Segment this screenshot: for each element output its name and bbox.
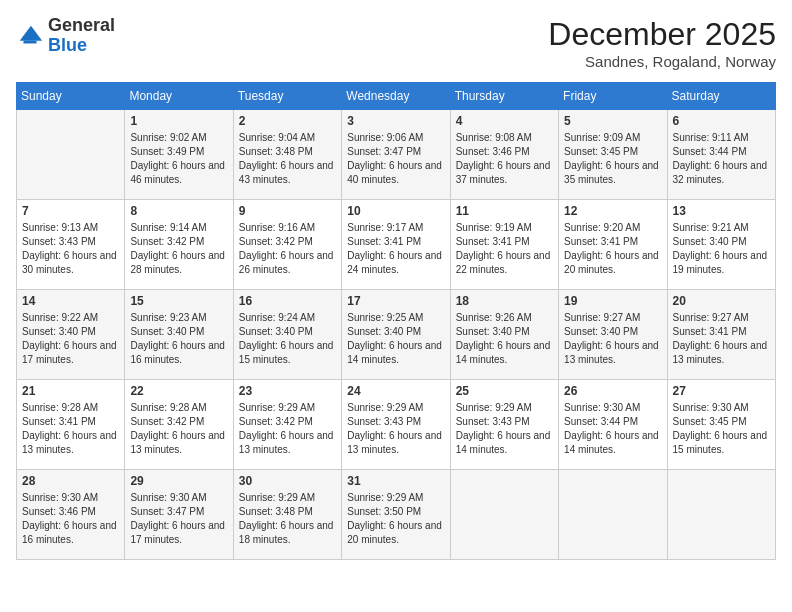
day-number: 23 bbox=[239, 384, 336, 398]
table-row bbox=[667, 470, 775, 560]
table-row: 22Sunrise: 9:28 AM Sunset: 3:42 PM Dayli… bbox=[125, 380, 233, 470]
table-row: 28Sunrise: 9:30 AM Sunset: 3:46 PM Dayli… bbox=[17, 470, 125, 560]
table-row: 14Sunrise: 9:22 AM Sunset: 3:40 PM Dayli… bbox=[17, 290, 125, 380]
header-saturday: Saturday bbox=[667, 83, 775, 110]
table-row: 2Sunrise: 9:04 AM Sunset: 3:48 PM Daylig… bbox=[233, 110, 341, 200]
day-info: Sunrise: 9:26 AM Sunset: 3:40 PM Dayligh… bbox=[456, 311, 553, 367]
header: General Blue December 2025 Sandnes, Roga… bbox=[16, 16, 776, 70]
day-number: 31 bbox=[347, 474, 444, 488]
day-number: 16 bbox=[239, 294, 336, 308]
day-number: 26 bbox=[564, 384, 661, 398]
table-row: 23Sunrise: 9:29 AM Sunset: 3:42 PM Dayli… bbox=[233, 380, 341, 470]
table-row: 6Sunrise: 9:11 AM Sunset: 3:44 PM Daylig… bbox=[667, 110, 775, 200]
day-info: Sunrise: 9:25 AM Sunset: 3:40 PM Dayligh… bbox=[347, 311, 444, 367]
table-row: 26Sunrise: 9:30 AM Sunset: 3:44 PM Dayli… bbox=[559, 380, 667, 470]
calendar-header: Sunday Monday Tuesday Wednesday Thursday… bbox=[17, 83, 776, 110]
table-row: 13Sunrise: 9:21 AM Sunset: 3:40 PM Dayli… bbox=[667, 200, 775, 290]
calendar-week-5: 28Sunrise: 9:30 AM Sunset: 3:46 PM Dayli… bbox=[17, 470, 776, 560]
day-info: Sunrise: 9:30 AM Sunset: 3:44 PM Dayligh… bbox=[564, 401, 661, 457]
day-info: Sunrise: 9:28 AM Sunset: 3:42 PM Dayligh… bbox=[130, 401, 227, 457]
day-number: 22 bbox=[130, 384, 227, 398]
day-info: Sunrise: 9:24 AM Sunset: 3:40 PM Dayligh… bbox=[239, 311, 336, 367]
header-wednesday: Wednesday bbox=[342, 83, 450, 110]
day-info: Sunrise: 9:29 AM Sunset: 3:43 PM Dayligh… bbox=[456, 401, 553, 457]
table-row bbox=[450, 470, 558, 560]
calendar-table: Sunday Monday Tuesday Wednesday Thursday… bbox=[16, 82, 776, 560]
table-row: 18Sunrise: 9:26 AM Sunset: 3:40 PM Dayli… bbox=[450, 290, 558, 380]
day-number: 21 bbox=[22, 384, 119, 398]
day-info: Sunrise: 9:28 AM Sunset: 3:41 PM Dayligh… bbox=[22, 401, 119, 457]
day-number: 14 bbox=[22, 294, 119, 308]
month-title: December 2025 bbox=[548, 16, 776, 53]
calendar-week-4: 21Sunrise: 9:28 AM Sunset: 3:41 PM Dayli… bbox=[17, 380, 776, 470]
table-row: 12Sunrise: 9:20 AM Sunset: 3:41 PM Dayli… bbox=[559, 200, 667, 290]
table-row: 15Sunrise: 9:23 AM Sunset: 3:40 PM Dayli… bbox=[125, 290, 233, 380]
day-number: 10 bbox=[347, 204, 444, 218]
table-row: 24Sunrise: 9:29 AM Sunset: 3:43 PM Dayli… bbox=[342, 380, 450, 470]
table-row: 1Sunrise: 9:02 AM Sunset: 3:49 PM Daylig… bbox=[125, 110, 233, 200]
day-number: 15 bbox=[130, 294, 227, 308]
table-row: 29Sunrise: 9:30 AM Sunset: 3:47 PM Dayli… bbox=[125, 470, 233, 560]
day-number: 19 bbox=[564, 294, 661, 308]
day-number: 2 bbox=[239, 114, 336, 128]
calendar-week-3: 14Sunrise: 9:22 AM Sunset: 3:40 PM Dayli… bbox=[17, 290, 776, 380]
table-row: 3Sunrise: 9:06 AM Sunset: 3:47 PM Daylig… bbox=[342, 110, 450, 200]
day-number: 9 bbox=[239, 204, 336, 218]
table-row: 7Sunrise: 9:13 AM Sunset: 3:43 PM Daylig… bbox=[17, 200, 125, 290]
day-number: 4 bbox=[456, 114, 553, 128]
day-info: Sunrise: 9:29 AM Sunset: 3:43 PM Dayligh… bbox=[347, 401, 444, 457]
day-info: Sunrise: 9:04 AM Sunset: 3:48 PM Dayligh… bbox=[239, 131, 336, 187]
day-info: Sunrise: 9:30 AM Sunset: 3:45 PM Dayligh… bbox=[673, 401, 770, 457]
day-info: Sunrise: 9:11 AM Sunset: 3:44 PM Dayligh… bbox=[673, 131, 770, 187]
day-info: Sunrise: 9:30 AM Sunset: 3:46 PM Dayligh… bbox=[22, 491, 119, 547]
table-row bbox=[17, 110, 125, 200]
header-sunday: Sunday bbox=[17, 83, 125, 110]
table-row: 16Sunrise: 9:24 AM Sunset: 3:40 PM Dayli… bbox=[233, 290, 341, 380]
table-row: 25Sunrise: 9:29 AM Sunset: 3:43 PM Dayli… bbox=[450, 380, 558, 470]
table-row: 4Sunrise: 9:08 AM Sunset: 3:46 PM Daylig… bbox=[450, 110, 558, 200]
location-subtitle: Sandnes, Rogaland, Norway bbox=[548, 53, 776, 70]
table-row: 9Sunrise: 9:16 AM Sunset: 3:42 PM Daylig… bbox=[233, 200, 341, 290]
table-row: 5Sunrise: 9:09 AM Sunset: 3:45 PM Daylig… bbox=[559, 110, 667, 200]
calendar-week-2: 7Sunrise: 9:13 AM Sunset: 3:43 PM Daylig… bbox=[17, 200, 776, 290]
day-info: Sunrise: 9:17 AM Sunset: 3:41 PM Dayligh… bbox=[347, 221, 444, 277]
day-number: 25 bbox=[456, 384, 553, 398]
weekday-row: Sunday Monday Tuesday Wednesday Thursday… bbox=[17, 83, 776, 110]
logo-general: General bbox=[48, 16, 115, 36]
day-info: Sunrise: 9:14 AM Sunset: 3:42 PM Dayligh… bbox=[130, 221, 227, 277]
day-number: 28 bbox=[22, 474, 119, 488]
day-info: Sunrise: 9:27 AM Sunset: 3:41 PM Dayligh… bbox=[673, 311, 770, 367]
day-info: Sunrise: 9:21 AM Sunset: 3:40 PM Dayligh… bbox=[673, 221, 770, 277]
day-number: 11 bbox=[456, 204, 553, 218]
header-tuesday: Tuesday bbox=[233, 83, 341, 110]
table-row: 27Sunrise: 9:30 AM Sunset: 3:45 PM Dayli… bbox=[667, 380, 775, 470]
logo: General Blue bbox=[16, 16, 115, 56]
table-row: 20Sunrise: 9:27 AM Sunset: 3:41 PM Dayli… bbox=[667, 290, 775, 380]
header-monday: Monday bbox=[125, 83, 233, 110]
day-info: Sunrise: 9:16 AM Sunset: 3:42 PM Dayligh… bbox=[239, 221, 336, 277]
day-number: 20 bbox=[673, 294, 770, 308]
calendar-week-1: 1Sunrise: 9:02 AM Sunset: 3:49 PM Daylig… bbox=[17, 110, 776, 200]
header-friday: Friday bbox=[559, 83, 667, 110]
day-number: 7 bbox=[22, 204, 119, 218]
day-info: Sunrise: 9:22 AM Sunset: 3:40 PM Dayligh… bbox=[22, 311, 119, 367]
table-row: 19Sunrise: 9:27 AM Sunset: 3:40 PM Dayli… bbox=[559, 290, 667, 380]
day-number: 29 bbox=[130, 474, 227, 488]
day-info: Sunrise: 9:27 AM Sunset: 3:40 PM Dayligh… bbox=[564, 311, 661, 367]
table-row: 17Sunrise: 9:25 AM Sunset: 3:40 PM Dayli… bbox=[342, 290, 450, 380]
day-number: 18 bbox=[456, 294, 553, 308]
header-thursday: Thursday bbox=[450, 83, 558, 110]
day-number: 17 bbox=[347, 294, 444, 308]
day-number: 8 bbox=[130, 204, 227, 218]
day-info: Sunrise: 9:30 AM Sunset: 3:47 PM Dayligh… bbox=[130, 491, 227, 547]
table-row: 8Sunrise: 9:14 AM Sunset: 3:42 PM Daylig… bbox=[125, 200, 233, 290]
day-info: Sunrise: 9:20 AM Sunset: 3:41 PM Dayligh… bbox=[564, 221, 661, 277]
day-number: 5 bbox=[564, 114, 661, 128]
table-row: 10Sunrise: 9:17 AM Sunset: 3:41 PM Dayli… bbox=[342, 200, 450, 290]
svg-rect-1 bbox=[23, 40, 36, 43]
day-number: 12 bbox=[564, 204, 661, 218]
title-section: December 2025 Sandnes, Rogaland, Norway bbox=[548, 16, 776, 70]
day-info: Sunrise: 9:06 AM Sunset: 3:47 PM Dayligh… bbox=[347, 131, 444, 187]
day-info: Sunrise: 9:19 AM Sunset: 3:41 PM Dayligh… bbox=[456, 221, 553, 277]
table-row: 11Sunrise: 9:19 AM Sunset: 3:41 PM Dayli… bbox=[450, 200, 558, 290]
